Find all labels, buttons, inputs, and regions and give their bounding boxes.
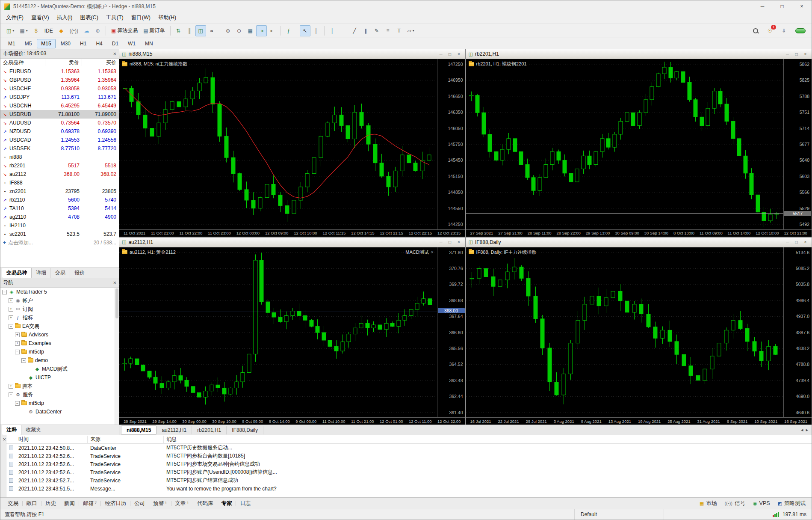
chart-titlebar[interactable]: ◫ni888,M15─□× — [119, 49, 465, 59]
chart-plot-au2112[interactable]: au2112, H1: 黄金2112MACD测试× — [119, 247, 437, 418]
expand-icon[interactable]: + — [15, 333, 20, 337]
expand-icon[interactable]: + — [9, 298, 13, 303]
chart-plot-rb2201[interactable]: rb2201, H1: 螺纹钢2201 — [466, 59, 784, 229]
market-watch-row[interactable]: ↘GBPUSD1.359641.35964 — [0, 76, 119, 84]
timeframe-d1-button[interactable]: D1 — [108, 39, 123, 48]
collapse-icon[interactable]: − — [2, 290, 7, 294]
bar-chart-button[interactable]: ║ — [184, 25, 195, 36]
market-watch-row[interactable]: ↘rb220155175518 — [0, 161, 119, 170]
chart-minimize-button[interactable]: ─ — [437, 50, 446, 58]
log-row[interactable]: 2021.10.12 23:43:51.5...Message...You wa… — [6, 484, 812, 493]
chart-time-axis[interactable]: 29 Sep 202129 Sep 14:0030 Sep 00:0030 Se… — [119, 417, 465, 425]
chart-time-axis[interactable]: 11 Oct 202111 Oct 21:0011 Oct 22:0011 Oc… — [119, 229, 465, 237]
chart-restore-button[interactable]: □ — [446, 238, 455, 246]
market-watch-row[interactable]: ↘AUDUSD0.735640.73570 — [0, 119, 119, 127]
chart-plot-IF888[interactable]: IF888, Daily: IF主力连续指数 — [466, 247, 784, 418]
signals-button[interactable]: ((•)) — [67, 25, 81, 36]
tree-item-6[interactable]: +Examples — [0, 339, 115, 348]
market-watch-tab-3[interactable]: 报价 — [70, 268, 89, 278]
navigator-tab-0[interactable]: 注释 — [2, 425, 21, 435]
scrollbar-thumb[interactable] — [115, 288, 118, 318]
connection-status[interactable]: 197.81 ms — [737, 509, 812, 520]
bottom-tab-8[interactable]: 文章1 — [171, 498, 193, 509]
tree-item-4[interactable]: −EA交易 — [0, 322, 115, 330]
toolbox-close-icon[interactable]: × — [3, 436, 6, 443]
shapes-button[interactable]: ▱▾ — [405, 25, 417, 36]
chart-time-axis[interactable]: 27 Sep 202127 Sep 21:0028 Sep 11:0028 Se… — [466, 229, 812, 237]
tile-windows-button[interactable]: ▦ — [245, 25, 256, 36]
navigator-tab-1[interactable]: 收藏夹 — [21, 425, 45, 435]
bottom-tab-6[interactable]: 公司 — [130, 498, 149, 509]
market-watch-tab-2[interactable]: 交易 — [51, 268, 70, 278]
collapse-icon[interactable]: − — [9, 392, 13, 397]
bottom-tab-7[interactable]: 预警1 — [149, 498, 171, 509]
menu-item-6[interactable]: 帮助(H) — [154, 12, 180, 23]
bottom-tab-5[interactable]: 经济日历 — [101, 498, 130, 509]
expand-icon[interactable]: + — [15, 341, 20, 346]
timeframe-w1-button[interactable]: W1 — [124, 39, 140, 48]
tree-item-3[interactable]: +ƒ指标 — [0, 313, 115, 322]
chart-restore-button[interactable]: □ — [792, 50, 801, 58]
market-watch-row[interactable]: •ni888 — [0, 153, 119, 161]
bottom-tab-9[interactable]: 代码库 — [193, 498, 217, 509]
market-watch-row[interactable]: •zn22012379523805 — [0, 187, 119, 196]
market-watch-row[interactable]: ↗TA11053945414 — [0, 204, 119, 213]
bottom-tab-0[interactable]: 交易 — [4, 498, 22, 509]
zoom-in-button[interactable]: ⊕ — [223, 25, 233, 36]
timeframe-h1-button[interactable]: H1 — [76, 39, 91, 48]
timeframe-m1-button[interactable]: M1 — [4, 39, 20, 48]
chart-tab-3[interactable]: IF888,Daily — [227, 426, 263, 434]
chart-tab-0[interactable]: ni888,M15 — [121, 425, 156, 435]
profiles-button[interactable]: ▦▾ — [17, 25, 30, 36]
market-watch-row[interactable]: ↘au2112368.00368.02 — [0, 170, 119, 178]
expand-icon[interactable]: + — [9, 307, 13, 312]
market-button[interactable]: ▦市场 — [700, 500, 717, 507]
collapse-icon[interactable]: − — [15, 350, 20, 354]
timeframe-m30-button[interactable]: M30 — [56, 39, 75, 48]
timeframe-h4-button[interactable]: H4 — [92, 39, 106, 48]
maximize-button[interactable]: □ — [772, 0, 792, 12]
tree-item-12[interactable]: −⚙服务 — [0, 390, 115, 399]
chart-price-scale[interactable]: 1472501469501466501463501460501457501454… — [437, 59, 465, 229]
chart-close-button[interactable]: × — [455, 50, 464, 58]
market-watch-row[interactable]: ↗USDJPY113.671113.671 — [0, 93, 119, 101]
delete-indicator-icon[interactable]: × — [431, 250, 434, 255]
vertical-line-button[interactable]: │ — [327, 25, 338, 36]
fibonacci-button[interactable]: ≡ — [383, 25, 393, 36]
autoscroll-button[interactable]: ⇥ — [256, 25, 267, 36]
pencil-button[interactable]: ✎ — [372, 25, 382, 36]
market-watch-row[interactable]: ↗rb211056005740 — [0, 196, 119, 204]
chart-shift-button[interactable]: ⇤ — [267, 25, 278, 36]
notifications-button[interactable]: ☉1 — [765, 25, 775, 36]
chart-price-scale[interactable]: 5134.65085.25035.84986.44937.04887.64838… — [783, 247, 812, 418]
chart-titlebar[interactable]: ◫IF888,Daily─□× — [466, 238, 812, 247]
trendline-button[interactable]: ╱ — [349, 25, 360, 36]
chart-time-axis[interactable]: 16 Jul 202122 Jul 202128 Jul 20213 Aug 2… — [466, 417, 812, 425]
tree-item-11[interactable]: +脚本 — [0, 382, 115, 390]
column-header-1[interactable]: 卖价 — [45, 59, 82, 66]
download-button[interactable]: ⇩ — [779, 25, 789, 36]
collapse-icon[interactable]: − — [15, 401, 20, 406]
log-row[interactable]: 2021.10.12 23:42:52.6...TradeServiceMT5C… — [6, 452, 812, 460]
market-watch-row[interactable]: •sc2201523.5523.7 — [0, 230, 119, 238]
chart-minimize-button[interactable]: ─ — [783, 238, 792, 246]
market-watch-row[interactable]: ↗ag211047084900 — [0, 213, 119, 221]
titlebar[interactable]: 51445122 - MetaQuotes-Demo: 模拟帐户 - Hedge… — [0, 0, 812, 12]
profile-indicator[interactable]: Default — [574, 509, 664, 520]
expand-icon[interactable]: + — [9, 384, 13, 389]
market-watch-tab-1[interactable]: 详细 — [32, 268, 51, 278]
tab-scroll-left-icon[interactable]: ◂ — [801, 427, 803, 433]
chart-close-button[interactable]: × — [801, 238, 810, 246]
market-watch-row[interactable]: ↗NZDUSD0.693780.69390 — [0, 127, 119, 136]
new-chart-button[interactable]: ◫▾ — [4, 25, 17, 36]
menu-item-3[interactable]: 图表(C) — [76, 12, 102, 23]
chart-minimize-button[interactable]: ─ — [783, 50, 792, 58]
indicators-button[interactable]: ƒ — [283, 25, 294, 36]
chart-close-button[interactable]: × — [801, 50, 810, 58]
tree-item-13[interactable]: −mt5ctp — [0, 399, 115, 407]
toolbox-column-2[interactable]: 消息 — [164, 436, 812, 443]
chart-restore-button[interactable]: □ — [446, 50, 455, 58]
add-symbol-row[interactable]: + 点击添加... 20 / 538... — [0, 238, 119, 247]
market-watch-row[interactable]: ↗USDSEK8.775108.77720 — [0, 144, 119, 153]
bottom-tab-4[interactable]: 邮箱7 — [79, 498, 100, 509]
